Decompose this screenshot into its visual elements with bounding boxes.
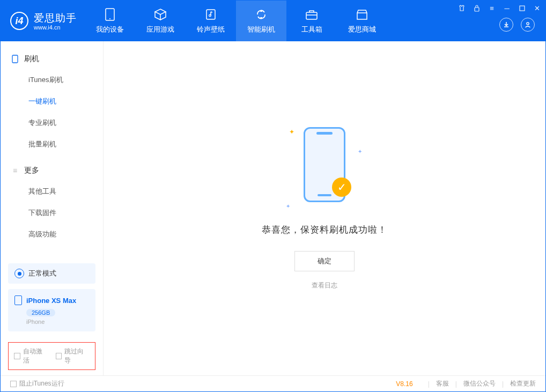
- phone-icon: [14, 295, 22, 305]
- tab-store[interactable]: 爱思商城: [337, 1, 387, 41]
- tab-label: 智能刷机: [247, 25, 275, 34]
- download-icon[interactable]: [499, 18, 513, 32]
- device-capacity: 256GB: [26, 309, 55, 316]
- highlighted-options: 自动激活 跳过向导: [8, 342, 95, 370]
- window-controls: ≡ ─ ✕: [458, 4, 541, 12]
- main-tabs: 我的设备 应用游戏 铃声壁纸 智能刷机 工具箱 爱思商城: [85, 1, 387, 41]
- version-label: V8.16: [396, 380, 412, 388]
- sidebar-group-more: ≡ 更多: [1, 162, 103, 181]
- sparkle-icon: ✦: [289, 128, 293, 132]
- ok-button[interactable]: 确定: [294, 251, 355, 271]
- tab-label: 爱思商城: [348, 25, 376, 34]
- tab-flash[interactable]: 智能刷机: [236, 1, 286, 41]
- device-mode-card[interactable]: 正常模式: [8, 263, 95, 284]
- svg-rect-7: [475, 8, 479, 11]
- sidebar-item-itunes-flash[interactable]: iTunes刷机: [28, 69, 103, 91]
- group-title: 刷机: [24, 54, 39, 64]
- maximize-button[interactable]: [518, 4, 526, 12]
- shirt-icon[interactable]: [458, 4, 466, 12]
- toolbox-icon: [305, 8, 319, 21]
- svg-rect-8: [520, 6, 525, 11]
- logo-icon: i4: [10, 12, 28, 30]
- app-url: www.i4.cn: [34, 24, 77, 31]
- tab-toolbox[interactable]: 工具箱: [286, 1, 337, 41]
- sidebar-item-advanced[interactable]: 高级功能: [28, 224, 103, 245]
- main-content: ✦ ✦ ✦ ✓ 恭喜您，保资料刷机成功啦！ 确定 查看日志: [104, 41, 545, 375]
- device-name: iPhone XS Max: [26, 297, 76, 305]
- tab-my-device[interactable]: 我的设备: [85, 1, 135, 41]
- tab-label: 铃声壁纸: [197, 25, 225, 34]
- checkbox-auto-activate[interactable]: 自动激活: [14, 347, 48, 365]
- tab-label: 应用游戏: [146, 25, 174, 34]
- group-title: 更多: [24, 166, 39, 175]
- tab-ringtones[interactable]: 铃声壁纸: [186, 1, 236, 41]
- app-name: 爱思助手: [34, 11, 77, 25]
- app-logo: i4 爱思助手 www.i4.cn: [1, 11, 85, 31]
- checkbox-skip-guide[interactable]: 跳过向导: [56, 347, 90, 365]
- store-icon: [355, 8, 369, 21]
- success-illustration: ✦ ✦ ✦ ✓: [292, 127, 357, 213]
- minimize-button[interactable]: ─: [503, 4, 511, 12]
- sparkle-icon: ✦: [358, 149, 362, 153]
- mode-label: 正常模式: [28, 269, 56, 278]
- device-type: iPhone: [26, 319, 89, 325]
- checkmark-badge-icon: ✓: [332, 177, 351, 197]
- sidebar: 刷机 iTunes刷机 一键刷机 专业刷机 批量刷机 ≡ 更多 其他工具 下载固…: [1, 41, 104, 375]
- svg-rect-9: [12, 55, 18, 63]
- sidebar-group-flash: 刷机: [1, 51, 103, 69]
- statusbar: 阻止iTunes运行 V8.16 | 客服 | 微信公众号 | 检查更新: [1, 375, 545, 391]
- phone-outline-icon: [11, 55, 19, 63]
- checkbox-block-itunes[interactable]: 阻止iTunes运行: [10, 379, 64, 388]
- success-message: 恭喜您，保资料刷机成功啦！: [262, 224, 387, 236]
- tab-label: 我的设备: [96, 25, 124, 34]
- svg-point-3: [209, 14, 211, 17]
- sidebar-item-batch-flash[interactable]: 批量刷机: [28, 134, 103, 155]
- view-log-link[interactable]: 查看日志: [312, 281, 337, 290]
- lock-icon[interactable]: [473, 4, 481, 12]
- cube-icon: [153, 8, 167, 21]
- body: 刷机 iTunes刷机 一键刷机 专业刷机 批量刷机 ≡ 更多 其他工具 下载固…: [1, 41, 545, 375]
- device-icon: [103, 8, 117, 21]
- refresh-icon: [254, 8, 268, 21]
- sparkle-icon: ✦: [286, 203, 290, 208]
- sidebar-item-oneclick-flash[interactable]: 一键刷机: [28, 91, 103, 112]
- header-actions: [499, 18, 535, 32]
- sidebar-item-other-tools[interactable]: 其他工具: [28, 181, 103, 202]
- tab-label: 工具箱: [301, 25, 322, 34]
- footer-link-update[interactable]: 检查更新: [510, 379, 536, 388]
- sidebar-item-pro-flash[interactable]: 专业刷机: [28, 112, 103, 134]
- list-icon: ≡: [11, 167, 19, 174]
- close-button[interactable]: ✕: [533, 4, 541, 12]
- sidebar-item-download-firmware[interactable]: 下载固件: [28, 202, 103, 224]
- mode-dot-icon: [14, 269, 24, 278]
- device-info-card[interactable]: iPhone XS Max 256GB iPhone: [8, 289, 95, 331]
- footer-link-support[interactable]: 客服: [436, 379, 449, 388]
- footer-link-wechat[interactable]: 微信公众号: [463, 379, 496, 388]
- user-icon[interactable]: [521, 18, 535, 32]
- svg-point-6: [527, 23, 529, 25]
- svg-point-1: [109, 18, 110, 19]
- titlebar: i4 爱思助手 www.i4.cn 我的设备 应用游戏 铃声壁纸 智能刷机 工具…: [1, 1, 545, 41]
- tab-apps[interactable]: 应用游戏: [135, 1, 186, 41]
- svg-rect-4: [306, 12, 317, 19]
- music-icon: [204, 8, 218, 21]
- menu-icon[interactable]: ≡: [488, 4, 496, 12]
